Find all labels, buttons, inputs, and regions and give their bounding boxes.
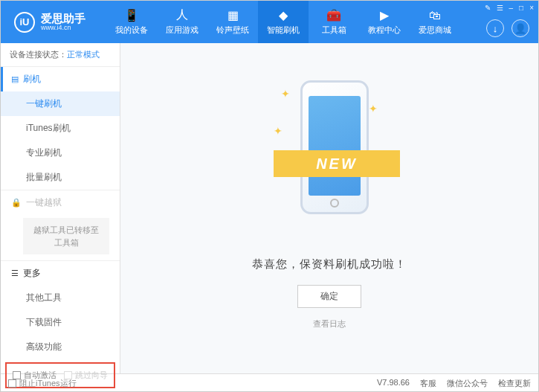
logo: iU 爱思助手 www.i4.cn: [1, 12, 99, 33]
flash-icon: ◆: [277, 9, 290, 22]
app-subtitle: www.i4.cn: [41, 24, 85, 31]
sidebar-item-batch-flash[interactable]: 批量刷机: [1, 165, 120, 190]
maximize-button[interactable]: □: [519, 4, 523, 12]
footer-link-wechat[interactable]: 微信公众号: [447, 378, 488, 389]
apps-icon: 人: [175, 9, 189, 22]
nav-tutorials[interactable]: ▶教程中心: [359, 1, 410, 43]
footer-link-update[interactable]: 检查更新: [498, 378, 531, 389]
sidebar: 设备连接状态：正常模式 ▤ 刷机 一键刷机 iTunes刷机 专业刷机 批量刷机…: [1, 43, 120, 373]
version-label: V7.98.66: [377, 378, 410, 389]
connection-status: 设备连接状态：正常模式: [1, 43, 120, 66]
lock-icon: 🔒: [11, 198, 22, 208]
window-controls: ✎ ☰ – □ ×: [485, 4, 534, 12]
phone-icon: 📱: [125, 9, 138, 22]
nav-apps-games[interactable]: 人应用游戏: [157, 1, 207, 43]
logo-icon: iU: [14, 12, 35, 33]
top-nav: 📱我的设备 人应用游戏 ▦铃声壁纸 ◆智能刷机 🧰工具箱 ▶教程中心 🛍爱思商城: [106, 1, 460, 43]
app-title: 爱思助手: [41, 13, 85, 24]
footer-link-support[interactable]: 客服: [420, 378, 436, 389]
checkbox-icon: [8, 379, 16, 388]
close-button[interactable]: ×: [529, 4, 534, 12]
user-button[interactable]: 👤: [511, 19, 529, 37]
nav-my-device[interactable]: 📱我的设备: [106, 1, 157, 43]
skin-button[interactable]: ✎: [485, 4, 491, 12]
jailbreak-note: 越狱工具已转移至 工具箱: [23, 218, 109, 254]
nav-toolbox[interactable]: 🧰工具箱: [309, 1, 359, 43]
nav-store[interactable]: 🛍爱思商城: [410, 1, 460, 43]
checkbox-block-itunes[interactable]: 阻止iTunes运行: [8, 378, 77, 389]
download-button[interactable]: ↓: [486, 19, 504, 37]
minimize-button[interactable]: –: [509, 4, 514, 12]
app-header: iU 爱思助手 www.i4.cn 📱我的设备 人应用游戏 ▦铃声壁纸 ◆智能刷…: [1, 1, 538, 43]
new-ribbon: NEW: [266, 147, 407, 180]
nav-ringtones[interactable]: ▦铃声壁纸: [207, 1, 258, 43]
store-icon: 🛍: [428, 9, 442, 22]
sidebar-item-itunes-flash[interactable]: iTunes刷机: [1, 116, 120, 141]
nav-smart-flash[interactable]: ◆智能刷机: [258, 1, 309, 43]
sidebar-section-more[interactable]: ☰ 更多: [1, 261, 120, 286]
sidebar-item-other-tools[interactable]: 其他工具: [1, 286, 120, 310]
ok-button[interactable]: 确定: [297, 285, 361, 308]
sidebar-item-download-firmware[interactable]: 下载固件: [1, 310, 120, 335]
sidebar-item-pro-flash[interactable]: 专业刷机: [1, 141, 120, 165]
menu-button[interactable]: ☰: [497, 4, 503, 12]
success-illustration: ✦ ✦ ✦ NEW: [266, 73, 393, 244]
header-circle-buttons: ↓ 👤: [486, 19, 529, 37]
main-content: ✦ ✦ ✦ NEW 恭喜您，保资料刷机成功啦！ 确定 查看日志: [120, 43, 538, 373]
view-log-link[interactable]: 查看日志: [313, 318, 346, 330]
toolbox-icon: 🧰: [327, 9, 340, 22]
sidebar-item-advanced[interactable]: 高级功能: [1, 335, 120, 359]
sidebar-section-jailbreak: 🔒 一键越狱: [1, 190, 120, 215]
success-message: 恭喜您，保资料刷机成功啦！: [252, 257, 407, 271]
wallpaper-icon: ▦: [226, 9, 239, 22]
tutorial-icon: ▶: [378, 9, 391, 22]
doc-icon: ▤: [11, 74, 19, 84]
more-icon: ☰: [11, 269, 19, 278]
sidebar-section-flash[interactable]: ▤ 刷机: [1, 67, 120, 91]
sidebar-item-oneclick-flash[interactable]: 一键刷机: [1, 91, 120, 116]
